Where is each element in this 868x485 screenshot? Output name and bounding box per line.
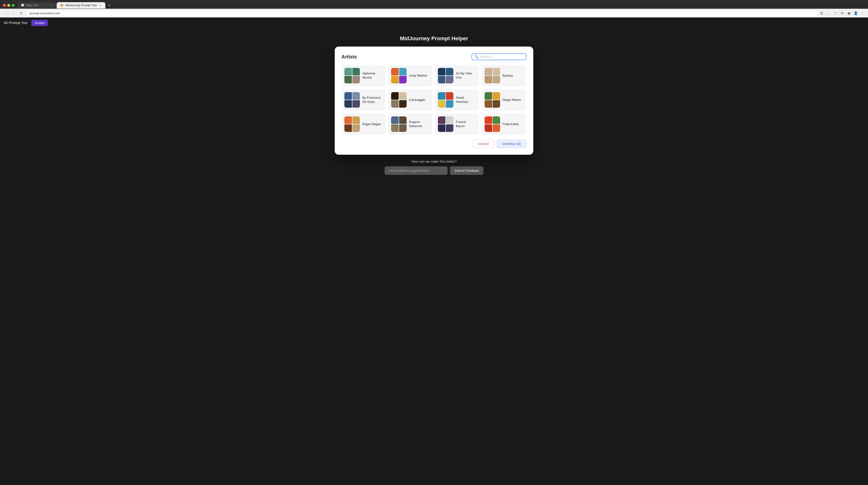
tab-close-new-chat[interactable]: ✕	[50, 4, 53, 7]
artist-card[interactable]: David Hockney	[435, 89, 479, 111]
thumb-cell	[391, 100, 399, 108]
artists-grid: Alphonse MuchaAndy WarholArt By Yoko Ono…	[341, 65, 527, 135]
back-button[interactable]: ‹	[3, 10, 9, 16]
thumb-cell	[485, 100, 492, 108]
thumb-cell	[493, 124, 500, 132]
artist-thumbnail	[344, 68, 360, 83]
artist-card[interactable]: Diego Rivera	[482, 89, 526, 111]
thumb-cell	[438, 116, 445, 124]
feedback-question: How can we make this better?	[411, 160, 457, 164]
thumb-cell	[438, 76, 445, 83]
artist-name: Andy Warhol	[409, 74, 427, 78]
thumb-cell	[352, 68, 360, 76]
cancel-button[interactable]: Cancel	[472, 140, 494, 148]
artist-thumbnail	[438, 68, 454, 83]
artist-name: Banksy	[502, 74, 513, 78]
bookmark-icon[interactable]: ☆	[833, 10, 838, 16]
artist-card[interactable]: Edgar Degas	[341, 113, 385, 135]
guides-button[interactable]: Guides	[31, 20, 48, 26]
address-input[interactable]	[26, 10, 817, 16]
tab-title-new-chat: New chat	[26, 4, 48, 7]
minimize-window-button[interactable]	[7, 4, 10, 7]
thumb-cell	[438, 92, 445, 100]
thumb-cell	[485, 116, 492, 124]
traffic-lights	[3, 4, 14, 7]
artist-thumbnail	[344, 116, 360, 132]
close-window-button[interactable]	[3, 4, 6, 7]
tab-mj-tool[interactable]: 🎨 MidJourney Prompt Tool ✕	[57, 2, 105, 8]
artist-card[interactable]: Frida Kahlo	[482, 113, 526, 135]
app-nav: MJ Prompt Tool Guides	[0, 18, 868, 28]
artist-name: Alphonse Mucha	[362, 72, 382, 80]
app-logo: MJ Prompt Tool	[4, 21, 27, 25]
continue-button[interactable]: Continue (0)	[497, 140, 527, 148]
artists-modal: Artists 🔍 Alphonse MuchaAndy WarholArt B…	[335, 47, 533, 155]
thumb-cell	[391, 116, 399, 124]
submit-feedback-button[interactable]: Submit Feedback	[450, 166, 483, 175]
modal-header: Artists 🔍	[341, 53, 527, 60]
thumb-cell	[446, 76, 454, 83]
artist-name: Frida Kahlo	[502, 122, 519, 126]
thumb-cell	[446, 68, 454, 76]
thumb-cell	[446, 124, 454, 132]
thumb-cell	[438, 68, 445, 76]
thumb-cell	[344, 116, 352, 124]
feedback-input[interactable]	[384, 166, 447, 175]
thumb-cell	[438, 100, 445, 108]
thumb-cell	[399, 68, 407, 76]
refresh-button[interactable]: ↻	[19, 10, 24, 16]
artist-thumbnail	[438, 92, 454, 108]
tab-bar: 💬 New chat ✕ 🎨 MidJourney Prompt Tool ✕ …	[0, 0, 868, 9]
sidebar-icon[interactable]: ▣	[846, 10, 851, 16]
artist-card[interactable]: Alphonse Mucha	[341, 65, 385, 86]
artist-card[interactable]: Art By Yoko Ono	[435, 65, 479, 86]
new-tab-button[interactable]: +	[106, 2, 113, 9]
thumb-cell	[493, 100, 500, 108]
extensions-icon[interactable]: ⚙	[839, 10, 845, 16]
translate-icon[interactable]: ⊞	[819, 10, 825, 16]
search-input[interactable]	[480, 55, 524, 59]
artist-name: Caravaggio	[409, 98, 425, 102]
thumb-cell	[352, 92, 360, 100]
artist-thumbnail	[391, 68, 407, 83]
menu-icon[interactable]: ⋮	[860, 10, 865, 16]
thumb-cell	[344, 92, 352, 100]
artist-card[interactable]: Andy Warhol	[388, 65, 432, 86]
artist-name: David Hockney	[456, 96, 476, 104]
thumb-cell	[399, 100, 407, 108]
artist-name: Francis Bacon	[456, 120, 476, 128]
forward-button[interactable]: ›	[11, 10, 17, 16]
artist-card[interactable]: By Francisco De Goya	[341, 89, 385, 111]
feedback-row: Submit Feedback	[384, 166, 483, 175]
profile-icon[interactable]: 👤	[853, 10, 858, 16]
artist-name: Eugene Delacroix	[409, 120, 429, 128]
modal-title: Artists	[341, 54, 357, 60]
feedback-bar: How can we make this better? Submit Feed…	[384, 160, 483, 175]
tab-favicon-mj-tool: 🎨	[60, 4, 63, 7]
artist-name: Diego Rivera	[502, 98, 521, 102]
artist-card[interactable]: Francis Bacon	[435, 113, 479, 135]
artist-thumbnail	[485, 116, 500, 132]
tab-new-chat[interactable]: 💬 New chat ✕	[18, 2, 56, 8]
thumb-cell	[399, 116, 407, 124]
address-bar-row: ‹ › ↻ ⊞ ↓ ☆ ⚙ ▣ 👤 ⋮	[0, 9, 868, 18]
tab-close-mj-tool[interactable]: ✕	[99, 4, 102, 7]
fullscreen-window-button[interactable]	[11, 4, 14, 7]
thumb-cell	[352, 124, 360, 132]
artist-card[interactable]: Caravaggio	[388, 89, 432, 111]
thumb-cell	[391, 76, 399, 83]
download-icon[interactable]: ↓	[826, 10, 831, 16]
tab-favicon-new-chat: 💬	[21, 4, 24, 7]
artist-card[interactable]: Eugene Delacroix	[388, 113, 432, 135]
thumb-cell	[344, 68, 352, 76]
artist-thumbnail	[391, 116, 407, 132]
thumb-cell	[485, 76, 492, 83]
thumb-cell	[352, 100, 360, 108]
artist-card[interactable]: Banksy	[482, 65, 526, 86]
artist-thumbnail	[485, 92, 500, 108]
thumb-cell	[485, 68, 492, 76]
thumb-cell	[344, 76, 352, 83]
search-wrapper[interactable]: 🔍	[471, 53, 527, 60]
thumb-cell	[446, 100, 454, 108]
thumb-cell	[391, 124, 399, 132]
